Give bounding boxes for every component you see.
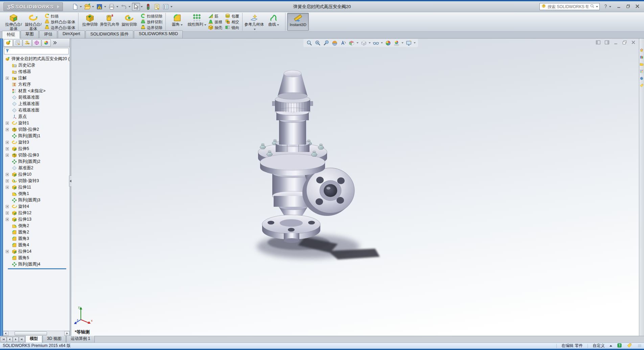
minimize-doc-button[interactable] <box>613 40 619 46</box>
zoom-to-fit-button[interactable] <box>305 39 313 47</box>
tree-item[interactable]: 拉伸13 <box>3 216 70 223</box>
tab-command-1[interactable]: 草图 <box>21 30 39 38</box>
rebuild-traffic-light-button[interactable] <box>144 3 152 11</box>
tree-item[interactable]: 传感器 <box>3 69 70 75</box>
tree-item[interactable]: 旋转4 <box>3 203 70 210</box>
featuremanager-tab[interactable] <box>4 39 13 47</box>
tree-item[interactable]: 历史记录 <box>3 62 70 69</box>
apply-scene-button[interactable] <box>393 39 400 47</box>
tree-item[interactable]: 旋转1 <box>3 120 70 126</box>
draft-button[interactable]: 拔模 <box>207 19 223 25</box>
titlebar[interactable]: ʒS SOLIDWORKS 弹簧全启封闭式高压安全阀20 <box>0 1 644 12</box>
print-dropdown-caret-icon[interactable] <box>116 3 119 11</box>
expand-plus-icon[interactable] <box>6 179 9 182</box>
mirror-button[interactable]: 镜向 <box>224 25 240 31</box>
custom-properties-tab[interactable] <box>640 83 644 88</box>
tree-item[interactable]: 方程序 <box>3 81 70 88</box>
select-button[interactable] <box>132 3 140 11</box>
undo-dropdown-caret-icon[interactable] <box>129 3 131 11</box>
expand-plus-icon[interactable] <box>6 250 9 253</box>
displaymanager-tab[interactable] <box>42 39 51 47</box>
minimize-button[interactable] <box>617 4 622 10</box>
close-doc-button[interactable] <box>630 40 636 46</box>
tree-item[interactable]: 切除-拉伸3 <box>3 152 70 158</box>
search-magnifier-icon[interactable] <box>590 4 595 9</box>
view-orientation-dropdown-caret-icon[interactable] <box>356 42 359 44</box>
tree-item[interactable]: 阵列(圆周)2 <box>3 158 70 165</box>
linear-pattern-dropdown-caret-icon[interactable] <box>204 24 206 26</box>
tree-item[interactable]: 前视基准面 <box>3 94 70 101</box>
tree-item[interactable]: 倒角1 <box>3 191 70 197</box>
expand-plus-icon[interactable] <box>6 141 9 144</box>
tree-item[interactable]: 倒角2 <box>3 223 70 229</box>
tab-command-4[interactable]: SOLIDWORKS 插件 <box>86 30 133 38</box>
expand-plus-icon[interactable] <box>6 122 9 125</box>
publish-edrawings-button[interactable] <box>95 3 104 11</box>
restore-doc-button[interactable] <box>622 40 627 46</box>
resources-tab[interactable] <box>640 48 644 52</box>
fillet-button[interactable]: 圆角 <box>167 13 187 31</box>
tree-item[interactable]: 材质 <未指定> <box>3 88 70 94</box>
appearances-tab[interactable] <box>640 76 644 80</box>
configurationmanager-tab[interactable] <box>23 39 32 47</box>
custom-dropup-caret-icon[interactable] <box>610 345 612 347</box>
rollback-bar[interactable] <box>8 268 66 269</box>
propertymanager-tab[interactable] <box>13 39 22 47</box>
quick-tips-icon[interactable] <box>617 343 622 349</box>
graphics-area[interactable]: y x z *等轴测 <box>71 39 639 336</box>
curves-button[interactable]: 曲线 <box>264 13 283 31</box>
file-explorer-tab[interactable] <box>640 62 644 66</box>
search-dropdown-caret-icon[interactable] <box>596 6 598 7</box>
expand-plus-icon[interactable] <box>6 205 9 208</box>
extrude-boss-button[interactable]: 拉伸凸台/基体 <box>4 13 23 31</box>
open-button[interactable] <box>83 3 91 11</box>
apply-scene-dropdown-caret-icon[interactable] <box>401 42 404 44</box>
tree-item[interactable]: 阵列(圆周)1 <box>3 133 70 139</box>
valve-adjust-cap[interactable] <box>272 70 313 115</box>
tree-item[interactable]: 拉伸5 <box>3 146 70 152</box>
help-button[interactable] <box>603 4 611 10</box>
view-orientation-button[interactable] <box>348 39 355 47</box>
extrude-cut-button[interactable]: 拉伸切除 <box>80 13 100 31</box>
tree-item[interactable]: 拉伸14 <box>3 248 70 255</box>
tree-item[interactable]: 阵列(圆周)3 <box>3 197 70 203</box>
document-tab-0[interactable]: 模型 <box>25 335 42 343</box>
tree-item[interactable]: 切除-拉伸2 <box>3 126 70 133</box>
valve-side-flange[interactable] <box>302 168 354 216</box>
instant3d-button[interactable]: Instant3D <box>287 13 309 31</box>
tree-item[interactable]: 注解 <box>3 75 70 81</box>
document-tab-2[interactable]: 运动算例 1 <box>66 335 95 343</box>
tree-item[interactable]: 阵列(圆周)4 <box>3 261 70 268</box>
options-button[interactable] <box>162 3 170 11</box>
section-view-button[interactable] <box>331 39 338 47</box>
tree-item[interactable]: 右视基准面 <box>3 107 70 114</box>
tree-item[interactable]: 拉伸12 <box>3 210 70 216</box>
intersect-button[interactable]: 相交 <box>224 19 240 25</box>
scroll-left-button[interactable] <box>3 331 8 336</box>
tags-icon[interactable] <box>627 343 632 349</box>
loft-cut-button[interactable]: 放样切割 <box>140 19 163 25</box>
valve-3d-model[interactable] <box>71 39 639 336</box>
expand-plus-icon[interactable] <box>6 154 9 157</box>
tree-item[interactable]: 拉伸10 <box>3 171 70 178</box>
tree-item[interactable]: 圆角2 <box>3 229 70 235</box>
boundary-button[interactable]: 边界凸台/基体 <box>44 25 76 31</box>
tree-item[interactable]: 上视基准面 <box>3 101 70 107</box>
loft-button[interactable]: 放样凸台/基体 <box>44 19 76 25</box>
print-button[interactable] <box>108 3 116 11</box>
file-properties-button[interactable] <box>153 3 161 11</box>
tree-filter-input[interactable] <box>11 49 67 53</box>
edit-appearance-button[interactable] <box>384 39 392 47</box>
publish-edrawings-dropdown-caret-icon[interactable] <box>104 3 107 11</box>
boundary-cut-button[interactable]: 边界切除 <box>140 25 163 31</box>
expand-plus-icon[interactable] <box>6 128 9 131</box>
nav-last-button[interactable] <box>19 337 25 342</box>
expand-plus-icon[interactable] <box>6 211 9 215</box>
rib-button[interactable]: 筋 <box>207 14 223 19</box>
tab-features[interactable]: 特征 <box>2 31 20 39</box>
pane-left-button[interactable] <box>595 40 601 46</box>
tab-command-5[interactable]: SOLIDWORKS MBD <box>134 30 183 38</box>
display-style-button[interactable] <box>360 39 367 47</box>
scroll-right-button[interactable] <box>64 331 70 336</box>
nav-prev-button[interactable] <box>7 337 13 342</box>
